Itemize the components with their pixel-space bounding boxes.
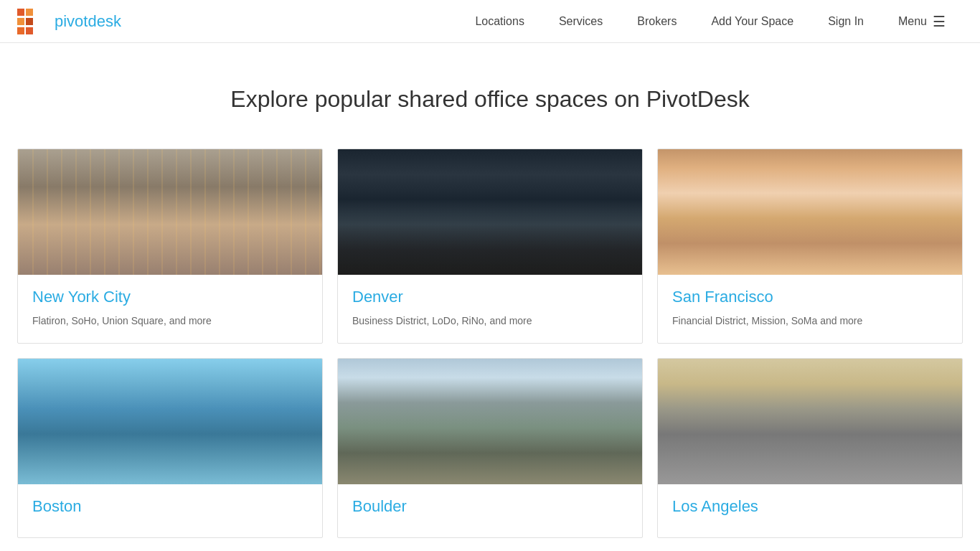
city-photo-boulder xyxy=(338,359,642,484)
city-name-nyc: New York City xyxy=(32,288,308,306)
header: pivotdesk Locations Services Brokers Add… xyxy=(0,0,980,43)
main-content: Explore popular shared office spaces on … xyxy=(0,43,980,551)
city-info-nyc: New York CityFlatiron, SoHo, Union Squar… xyxy=(18,275,322,343)
hamburger-icon: ☰ xyxy=(933,13,946,30)
city-info-denver: DenverBusiness District, LoDo, RiNo, and… xyxy=(338,275,642,343)
city-photo-nyc xyxy=(18,149,322,275)
city-photo-boston xyxy=(18,359,322,484)
city-card-boulder[interactable]: Boulder xyxy=(337,358,643,538)
svg-rect-4 xyxy=(17,27,24,34)
nav-add-your-space[interactable]: Add Your Space xyxy=(694,0,811,43)
menu-button[interactable]: Menu ☰ xyxy=(881,0,963,43)
city-photo-denver xyxy=(338,149,642,275)
city-info-la: Los Angeles xyxy=(658,484,962,537)
page-heading: Explore popular shared office spaces on … xyxy=(17,86,963,113)
nav-brokers[interactable]: Brokers xyxy=(620,0,694,43)
city-name-boston: Boston xyxy=(32,497,308,516)
city-neighborhoods-sf: Financial District, Mission, SoMa and mo… xyxy=(672,314,948,329)
logo-link[interactable]: pivotdesk xyxy=(17,9,121,34)
city-name-la: Los Angeles xyxy=(672,497,948,516)
nav-sign-in[interactable]: Sign In xyxy=(811,0,881,43)
city-name-sf: San Francisco xyxy=(672,288,948,306)
main-nav: Locations Services Brokers Add Your Spac… xyxy=(458,0,963,43)
logo-icon xyxy=(17,9,49,34)
city-photo-sf xyxy=(658,149,962,275)
city-card-sf[interactable]: San FranciscoFinancial District, Mission… xyxy=(657,149,963,344)
city-info-sf: San FranciscoFinancial District, Mission… xyxy=(658,275,962,343)
nav-services[interactable]: Services xyxy=(542,0,620,43)
city-photo-la xyxy=(658,359,962,484)
city-neighborhoods-nyc: Flatiron, SoHo, Union Square, and more xyxy=(32,314,308,329)
svg-rect-2 xyxy=(17,18,24,25)
city-name-denver: Denver xyxy=(352,288,628,306)
city-grid: New York CityFlatiron, SoHo, Union Squar… xyxy=(17,149,963,538)
city-card-nyc[interactable]: New York CityFlatiron, SoHo, Union Squar… xyxy=(17,149,323,344)
nav-locations[interactable]: Locations xyxy=(458,0,542,43)
city-card-denver[interactable]: DenverBusiness District, LoDo, RiNo, and… xyxy=(337,149,643,344)
svg-rect-1 xyxy=(26,9,33,16)
svg-rect-5 xyxy=(26,27,33,34)
city-neighborhoods-denver: Business District, LoDo, RiNo, and more xyxy=(352,314,628,329)
city-info-boston: Boston xyxy=(18,484,322,537)
logo-text: pivotdesk xyxy=(55,12,121,31)
city-name-boulder: Boulder xyxy=(352,497,628,516)
svg-rect-3 xyxy=(26,18,33,25)
city-card-boston[interactable]: Boston xyxy=(17,358,323,538)
menu-label: Menu xyxy=(898,15,927,28)
city-card-la[interactable]: Los Angeles xyxy=(657,358,963,538)
svg-rect-0 xyxy=(17,9,24,16)
city-info-boulder: Boulder xyxy=(338,484,642,537)
